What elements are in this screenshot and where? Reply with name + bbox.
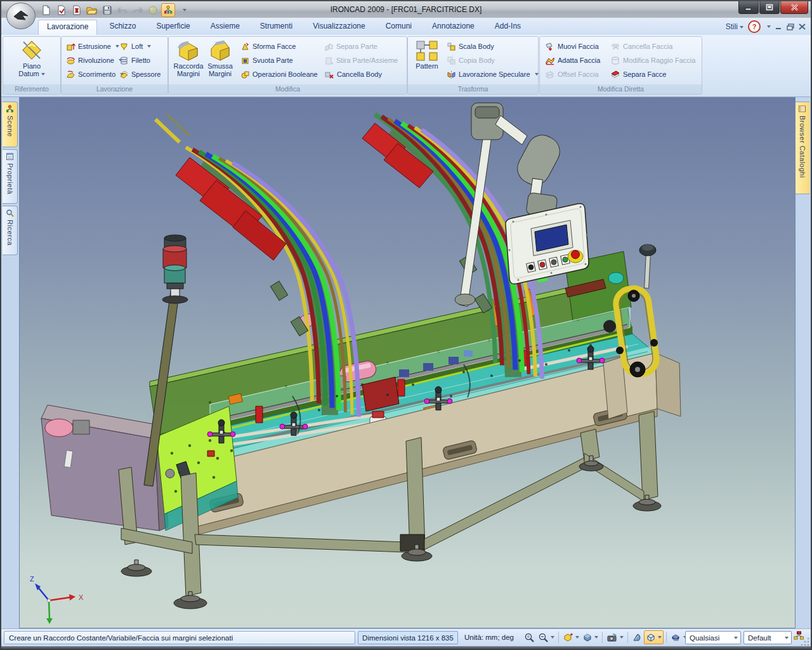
raccorda-margini-label: Raccorda Margini [172,62,205,77]
sidebar-tab-ricerca[interactable]: Ricerca [3,206,18,255]
modifica-raggio-faccia-icon [610,56,620,65]
pattern-label: Pattern [416,62,438,70]
rivoluzione-button[interactable]: Rivoluzione [64,53,126,67]
resize-grip[interactable] [801,637,809,646]
stili-menu[interactable]: Stili [726,22,743,31]
rivoluzione-label: Rivoluzione [78,56,114,64]
muovi-faccia-button[interactable]: Muovi Faccia [543,39,602,53]
smooth-shading-icon [632,632,642,642]
tab-annotazione[interactable]: Annotazione [424,20,483,35]
zoom-fit-button[interactable] [523,630,536,644]
tab-add-ins[interactable]: Add-Ins [487,20,529,35]
sforma-facce-button[interactable]: Sforma Facce [239,39,320,53]
copia-body-button[interactable]: Copia Body [445,53,540,67]
separa-facce-button[interactable]: Separa Facce [608,67,697,81]
cancella-body-button[interactable]: Cancella Body [322,67,400,81]
lavorazione-speculare-caret-icon [535,73,539,76]
stili-caret-icon [740,26,743,29]
cancella-faccia-icon [610,42,620,51]
viewport[interactable]: Z X Y [19,97,796,628]
selection-filter-caret-icon [734,637,738,639]
mdi-close-button[interactable] [799,23,806,30]
modifica-raggio-faccia-button[interactable]: Modifica Raggio Faccia [608,53,697,67]
3d-viewport-canvas[interactable]: Z X Y [20,98,795,628]
sforma-facce-icon [240,42,250,51]
minimize-button[interactable] [738,1,759,14]
svuota-parte-button[interactable]: Svuota Parte [239,53,320,67]
loft-caret-icon [147,45,151,48]
display-cube-caret-icon [594,636,598,639]
operazioni-booleane-button[interactable]: Operazioni Booleane [239,67,320,81]
separa-facce-label: Separa Facce [623,70,666,78]
status-toolbar [523,630,688,644]
sidebar-tab-browser-cataloghi[interactable]: Browser Cataloghi [794,102,809,194]
sidebar-tab-scene[interactable]: Scene [3,102,18,147]
filetto-button[interactable]: Filetto [117,53,162,67]
configuration-dropdown[interactable]: Default [743,631,792,644]
triad-z-label: Z [30,575,34,583]
tab-strumenti[interactable]: Strumenti [252,20,301,35]
close-button[interactable] [780,1,808,14]
svuota-parte-icon [240,56,250,65]
tab-lavorazione[interactable]: Lavorazione [38,20,97,36]
tab-schizzo[interactable]: Schizzo [101,20,144,35]
title-bar: IRONCAD 2009 - [FRC01_FARCITRICE DX] [1,0,811,20]
triad-y-label: Y [46,627,51,628]
pattern-button[interactable]: Pattern [410,39,443,70]
maximize-button[interactable] [759,1,780,14]
smussa-margini-icon [207,39,233,62]
smussa-margini-button[interactable]: Smussa Margini [204,39,236,77]
loft-label: Loft [131,43,143,50]
sidebar-tab-proprieta[interactable]: Proprietà [3,149,18,204]
separa-facce-icon [610,70,620,79]
scala-body-button[interactable]: Scala Body [445,39,540,53]
window-title: IRONCAD 2009 - [FRC01_FARCITRICE DX] [1,5,811,14]
tab-visualizzazione[interactable]: Visualizzazione [304,20,374,35]
piano-datum-icon [20,39,44,62]
estrusione-icon [66,42,75,51]
status-message: Creare un Raccordo Costante/Variabile/Fa… [4,631,355,644]
copia-body-icon [447,56,456,65]
raccorda-margini-button[interactable]: Raccorda Margini [173,39,204,77]
estrusione-button[interactable]: Estrusione [64,39,126,53]
separa-parte-icon [324,42,334,51]
group-label-modifica-diretta: Modifica Diretta [540,84,702,94]
display-cube-button[interactable] [581,630,599,644]
loft-button[interactable]: Loft [117,39,162,53]
smooth-shading-button[interactable] [631,630,643,644]
scala-body-label: Scala Body [459,43,494,50]
view-dimensions: Dimensioni vista 1216 x 835 [358,631,458,644]
scorrimento-button[interactable]: Scorrimento [64,67,126,81]
mdi-restore-button[interactable] [787,23,794,30]
zoom-fit-icon [524,632,535,643]
spessore-icon [119,70,129,79]
offset-faccia-icon [545,70,555,79]
wireframe-cube-button[interactable] [644,630,664,644]
new-shape-button[interactable] [561,630,580,644]
selection-filter-dropdown[interactable]: Qualsiasi [685,631,741,644]
tab-superficie[interactable]: Superficie [148,20,198,35]
camera-button[interactable] [605,630,625,644]
app-menu-button[interactable] [6,3,36,29]
stira-parte-assieme-button[interactable]: Stira Parte/Assieme [322,53,400,67]
tab-comuni[interactable]: Comuni [377,20,420,35]
help-button[interactable]: ? [748,20,761,33]
status-bar: Creare un Raccordo Costante/Variabile/Fa… [1,628,811,647]
zoom-tools-button[interactable] [537,630,556,644]
tab-assieme[interactable]: Assieme [202,20,248,35]
separa-parte-button[interactable]: Separa Parte [322,39,400,53]
help-caret-icon[interactable] [767,25,771,28]
mdi-minimize-button[interactable] [775,23,782,30]
ribbon: Piano Datum Riferimento Estrusione Rivol… [1,35,811,98]
group-label-trasforma: Trasforma [408,84,538,94]
browser-cataloghi-tab-label: Browser Cataloghi [799,116,806,178]
lavorazione-speculare-button[interactable]: Lavorazione Speculare [445,67,540,81]
group-riferimento: Piano Datum Riferimento [3,36,61,95]
group-lavorazione: Estrusione Rivoluzione Scorrimento Loft [61,36,168,95]
ricerca-tab-label: Ricerca [6,220,14,246]
adatta-faccia-button[interactable]: Adatta Faccia [543,53,602,67]
cancella-faccia-button[interactable]: Cancella Faccia [608,39,697,53]
spessore-button[interactable]: Spessore [117,67,162,81]
piano-datum-button[interactable]: Piano Datum [16,39,48,77]
offset-faccia-button[interactable]: Offset Faccia [543,67,602,81]
